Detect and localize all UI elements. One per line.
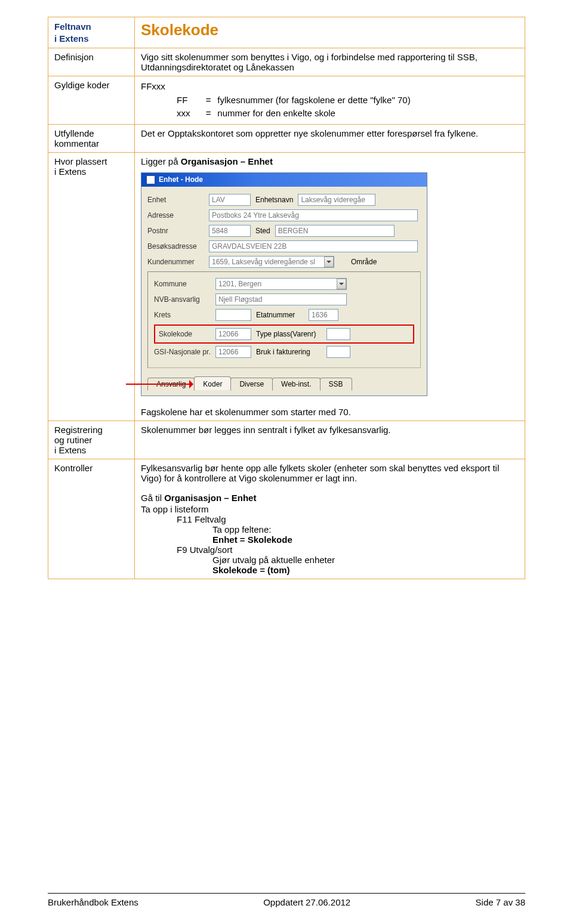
input-besok[interactable] [209,240,418,252]
footer-right: Side 7 av 38 [476,897,525,907]
label-nvb: NVB-ansvarlig [154,295,211,304]
definition-text: Vigo sitt skolenummer som benyttes i Vig… [135,48,525,76]
reg-label-l2: og rutiner [54,435,92,445]
label-skolekode: Skolekode [159,330,211,338]
code-desc-2: nummer for den enkelte skole [217,108,335,118]
footer-center: Oppdatert 27.06.2012 [263,897,350,907]
input-adresse[interactable] [209,209,418,221]
inset-panel: Kommune NVB-ansvarlig Krets [147,271,421,368]
input-enhetsnavn[interactable] [298,194,375,206]
input-nvb[interactable] [215,293,347,305]
tab-ssb[interactable]: SSB [320,378,352,391]
label-bruk: Bruk i fakturering [256,348,322,356]
chevron-down-icon[interactable] [337,279,346,289]
field-name-header: Feltnavn i Extens [48,17,135,48]
footer-left: Brukerhåndbok Extens [48,897,138,907]
code-main: FFxxx [141,80,519,94]
field-name-l1: Feltnavn [54,21,91,32]
code-desc-1: fylkesnummer (for fagskolene er dette "f… [217,95,410,105]
label-adresse: Adresse [147,211,204,220]
code-line-1: FF = fylkesnummer (for fagskolene er det… [141,94,519,107]
controls-label: Kontroller [48,459,135,579]
reg-label-l1: Registrering [54,425,103,435]
tab-webinst[interactable]: Web-inst. [272,378,320,391]
page-footer: Brukerhåndbok Extens Oppdatert 27.06.201… [48,893,525,907]
label-gsi: GSI-Nasjonale pr. [154,348,211,356]
label-kommune: Kommune [154,280,211,288]
registration-text: Skolenummer bør legges inn sentralt i fy… [135,421,525,459]
tab-bar: Ansvarlig Koder Diverse Web-inst. SSB [147,376,421,391]
input-etat[interactable] [309,309,338,321]
code-abbr-ff: FF [177,94,199,107]
label-enhetsnavn: Enhetsnavn [255,196,293,204]
label-kunde: Kundenummer [147,258,204,266]
input-gsi[interactable] [215,346,251,358]
valid-codes-cell: FFxxx FF = fylkesnummer (for fagskolene … [135,76,525,125]
label-enhet: Enhet [147,196,204,204]
comment-label: Utfyllende kommentar [48,124,135,152]
window-icon [146,175,155,184]
controls-f11-sub: Ta opp feltene: [141,524,519,534]
code-abbr-xxx: xxx [177,107,199,120]
input-kommune[interactable] [215,278,347,290]
input-enhet[interactable] [209,194,251,206]
skolekode-highlight: Skolekode Type plass(Varenr) [154,325,414,344]
info-table: Feltnavn i Extens Skolekode Definisjon V… [48,17,525,579]
input-skolekode[interactable] [215,328,251,340]
comment-label-l2: kommentar [54,138,99,149]
label-etat: Etatnummer [256,311,304,319]
field-title: Skolekode [135,17,525,48]
placement-label-l2: i Extens [54,166,86,177]
window-titlebar[interactable]: Enhet - Hode [141,173,427,187]
label-besok: Besøksadresse [147,242,204,251]
definition-label: Definisjon [48,48,135,76]
chevron-down-icon[interactable] [324,257,334,267]
registration-label: Registrering og rutiner i Extens [48,421,135,459]
label-sted: Sted [255,227,270,235]
tab-koder[interactable]: Koder [194,376,231,391]
field-name-l2: i Extens [54,33,89,44]
controls-f9: F9 Utvalg/sort [141,545,519,555]
input-bruk[interactable] [326,346,350,358]
code-eq-2: = [202,107,215,120]
controls-f9-sub2: Skolekode = (tom) [141,565,519,575]
embedded-screenshot: Enhet - Hode Enhet Enhetsnavn Adresse Po [141,172,427,396]
tab-diverse[interactable]: Diverse [230,378,273,391]
placement-label-l1: Hvor plassert [54,156,107,166]
input-typeplass[interactable] [326,328,350,340]
input-kunde[interactable] [209,256,334,268]
label-postnr: Postnr [147,227,204,235]
label-krets: Krets [154,311,211,319]
controls-f11: F11 Feltvalg [141,514,519,524]
placement-note: Fagskolene har et skolenummer som starte… [141,407,519,417]
controls-goto-nav: Organisasjon – Enhet [164,493,256,503]
placement-nav: Organisasjon – Enhet [181,156,273,166]
placement-cell: Ligger på Organisasjon – Enhet Enhet - H… [135,152,525,421]
window-title: Enhet - Hode [159,175,203,184]
placement-prefix: Ligger på [141,156,181,166]
valid-codes-label: Gyldige koder [48,76,135,125]
input-postnr[interactable] [209,225,251,237]
controls-f11-fields: Enhet = Skolekode [141,534,519,545]
code-eq-1: = [202,94,215,107]
comment-label-l1: Utfyllende [54,128,94,138]
reg-label-l3: i Extens [54,445,86,455]
input-sted[interactable] [275,225,395,237]
input-krets[interactable] [215,309,251,321]
label-typeplass: Type plass(Varenr) [256,330,322,338]
label-omrade: Område [351,258,377,266]
comment-text: Det er Opptakskontoret som oppretter nye… [135,124,525,152]
code-line-2: xxx = nummer for den enkelte skole [141,107,519,120]
controls-listform: Ta opp i listeform [141,504,519,514]
controls-cell: Fylkesansvarlig bør hente opp alle fylke… [135,459,525,579]
controls-f9-sub1: Gjør utvalg på aktuelle enheter [141,555,519,565]
controls-text-1: Fylkesansvarlig bør hente opp alle fylke… [141,463,519,483]
placement-label: Hvor plassert i Extens [48,152,135,421]
controls-goto-prefix: Gå til [141,493,164,503]
